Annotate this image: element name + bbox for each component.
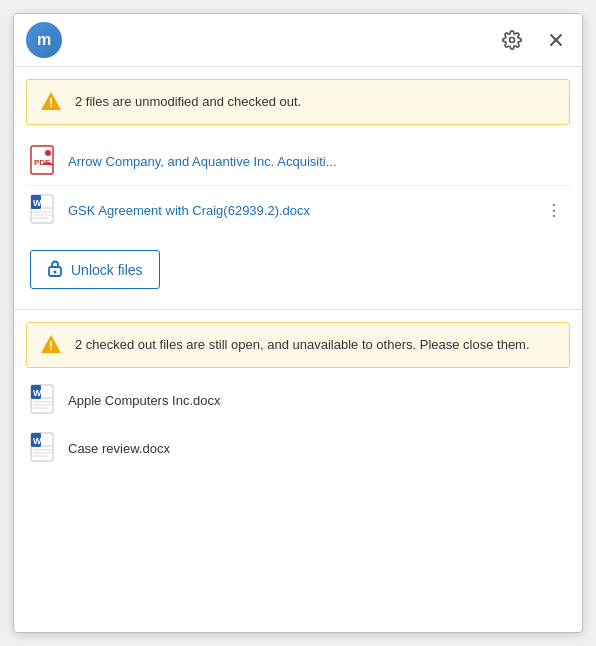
app-window: m: [13, 13, 583, 633]
docx-file-icon-2: W: [30, 384, 58, 416]
close-icon: [546, 30, 566, 50]
svg-text:W: W: [33, 388, 42, 398]
app-logo: m: [26, 22, 62, 58]
pdf-file-icon: PDF: [30, 145, 58, 177]
list-item: W Case review.docx: [14, 424, 582, 472]
open-files-list: W Apple Computers Inc.docx W: [14, 376, 582, 472]
docx-file-icon-1: W: [30, 194, 58, 226]
unlock-files-button[interactable]: Unlock files: [30, 250, 160, 289]
content-area: ! 2 files are unmodified and checked out…: [14, 67, 582, 632]
titlebar-right: [498, 26, 570, 54]
checked-out-file-list: PDF Arrow Company, and Aquantive Inc. Ac…: [14, 133, 582, 238]
open-file4-name: Case review.docx: [68, 441, 170, 456]
warning-icon-2: !: [39, 333, 63, 357]
file1-link[interactable]: Arrow Company, and Aquantive Inc. Acquis…: [68, 154, 566, 169]
docx-file-icon-3: W: [30, 432, 58, 464]
svg-point-17: [54, 271, 57, 274]
svg-point-0: [510, 38, 515, 43]
file2-menu-button[interactable]: ⋮: [542, 199, 566, 222]
warning-icon-1: !: [39, 90, 63, 114]
list-item: W GSK Agreement with Craig(62939.2).docx…: [26, 186, 570, 234]
warning-text-2: 2 checked out files are still open, and …: [75, 336, 530, 354]
svg-text:W: W: [33, 436, 42, 446]
section-divider: [14, 309, 582, 310]
list-item: W Apple Computers Inc.docx: [14, 376, 582, 424]
svg-point-8: [45, 150, 51, 156]
svg-text:W: W: [33, 198, 42, 208]
close-button[interactable]: [542, 26, 570, 54]
titlebar: m: [14, 14, 582, 67]
warning-text-1: 2 files are unmodified and checked out.: [75, 93, 301, 111]
settings-button[interactable]: [498, 26, 526, 54]
unlock-button-label: Unlock files: [71, 262, 143, 278]
svg-text:!: !: [49, 96, 53, 110]
open-file3-name: Apple Computers Inc.docx: [68, 393, 220, 408]
warning-banner-open-files: ! 2 checked out files are still open, an…: [26, 322, 570, 368]
file2-link[interactable]: GSK Agreement with Craig(62939.2).docx: [68, 203, 532, 218]
lock-icon: [47, 259, 63, 280]
warning-banner-checked-out: ! 2 files are unmodified and checked out…: [26, 79, 570, 125]
list-item: PDF Arrow Company, and Aquantive Inc. Ac…: [26, 137, 570, 186]
unlock-section: Unlock files: [14, 238, 582, 305]
svg-text:!: !: [49, 339, 53, 353]
titlebar-left: m: [26, 22, 62, 58]
gear-icon: [502, 30, 522, 50]
